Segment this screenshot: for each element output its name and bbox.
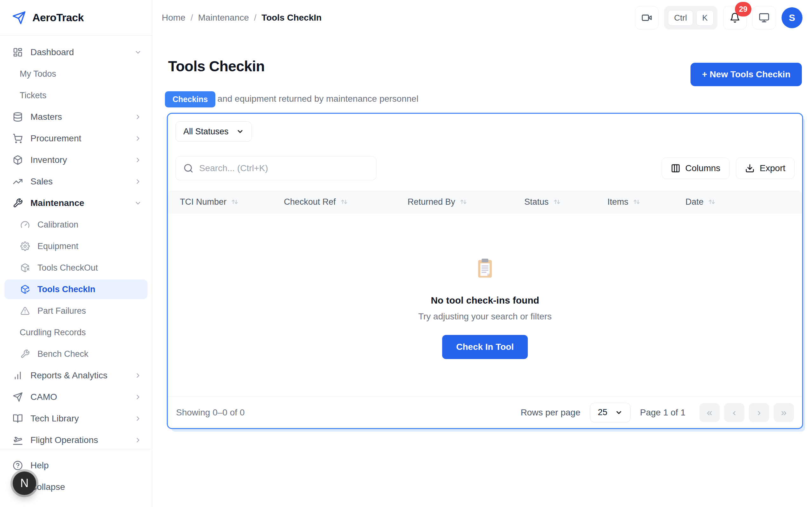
sort-icon	[230, 198, 239, 206]
command-shortcut-button[interactable]: Ctrl K	[664, 6, 717, 30]
column-header-date[interactable]: Date	[686, 197, 802, 207]
monitor-icon	[759, 12, 769, 23]
video-camera-icon	[641, 12, 652, 23]
chevron-right-icon	[134, 436, 142, 444]
sort-icon	[632, 198, 641, 206]
chevron-down-icon	[236, 128, 244, 135]
export-button[interactable]: Export	[736, 158, 795, 179]
floating-avatar[interactable]: N	[13, 471, 36, 495]
wrench-icon	[13, 198, 23, 208]
sidebar-item-dashboard[interactable]: Dashboard	[4, 43, 148, 62]
display-mode-button[interactable]	[752, 6, 776, 30]
chevron-right-icon	[134, 113, 142, 121]
book-open-icon	[13, 413, 23, 424]
sidebar-item-camo[interactable]: CAMO	[4, 387, 148, 407]
sidebar-item-tech-library[interactable]: Tech Library	[4, 409, 148, 429]
check-in-tool-button[interactable]: Check In Tool	[442, 335, 528, 359]
notifications-button[interactable]: 29	[723, 6, 747, 30]
column-header-checkout-ref[interactable]: Checkout Ref	[284, 197, 408, 207]
breadcrumb-maintenance[interactable]: Maintenance	[198, 13, 249, 23]
previous-page-button[interactable]: ‹	[724, 403, 745, 422]
gear-icon	[20, 241, 30, 251]
plane-icon	[13, 392, 23, 402]
download-icon	[745, 164, 755, 173]
table-toolbar: Columns Export	[168, 156, 802, 180]
sidebar-item-tools-checkout[interactable]: Tools CheckOut	[4, 258, 148, 278]
alert-triangle-icon	[20, 306, 30, 316]
page-subtitle: ols and equipment returned by maintenanc…	[204, 94, 418, 104]
sidebar-item-reports-analytics[interactable]: Reports & Analytics	[4, 366, 148, 385]
table-body: No tool check-ins found Try adjusting yo…	[168, 213, 802, 396]
sidebar-item-maintenance[interactable]: Maintenance	[4, 193, 148, 213]
empty-state-subtitle: Try adjusting your search or filters	[418, 312, 552, 322]
breadcrumb-separator: /	[254, 13, 257, 23]
kbd-ctrl: Ctrl	[668, 10, 693, 26]
sort-icon	[340, 198, 349, 206]
sort-icon	[553, 198, 561, 206]
next-page-button[interactable]: ›	[749, 403, 769, 422]
search-input[interactable]	[199, 163, 368, 173]
sidebar-item-tickets[interactable]: Tickets	[4, 86, 148, 105]
page-header: Tools Checkin + New Tools Checkin	[162, 58, 803, 86]
rows-per-page-select[interactable]: 25	[590, 403, 630, 422]
notifications-badge: 29	[735, 2, 751, 16]
column-header-tci-number[interactable]: TCI Number	[168, 197, 284, 207]
chevron-right-icon	[134, 393, 142, 401]
pagination-controls: Rows per page 25 Page 1 of 1 « ‹ › »	[520, 403, 794, 422]
breadcrumb-home[interactable]: Home	[162, 13, 186, 23]
user-avatar[interactable]: S	[781, 7, 803, 28]
rows-per-page-label: Rows per page	[520, 407, 580, 418]
column-header-items[interactable]: Items	[607, 197, 686, 207]
app-name: AeroTrack	[32, 11, 84, 24]
sidebar-item-part-failures[interactable]: Part Failures	[4, 301, 148, 321]
sidebar-item-my-todos[interactable]: My Todos	[4, 64, 148, 83]
screen-record-button[interactable]	[635, 6, 658, 30]
columns-button[interactable]: Columns	[662, 158, 729, 179]
sidebar-item-inventory[interactable]: Inventory	[4, 150, 148, 170]
last-page-button[interactable]: »	[774, 403, 794, 422]
sort-icon	[459, 198, 468, 206]
plane-takeoff-icon	[13, 435, 23, 445]
breadcrumb-current: Tools CheckIn	[262, 13, 322, 23]
sidebar-item-calibration[interactable]: Calibration	[4, 215, 148, 234]
sidebar-item-equipment[interactable]: Equipment	[4, 236, 148, 256]
column-header-status[interactable]: Status	[524, 197, 607, 207]
checkins-tour-badge: Checkins	[165, 91, 215, 107]
sidebar-item-flight-operations[interactable]: Flight Operations	[4, 430, 148, 450]
package-x-icon	[20, 263, 30, 273]
sidebar-item-curdling-records[interactable]: Curdling Records	[4, 323, 148, 342]
new-tools-checkin-button[interactable]: + New Tools Checkin	[691, 63, 802, 86]
app-logo[interactable]: AeroTrack	[0, 0, 152, 36]
checkins-table: TCI Number Checkout Ref Returned By Stat…	[168, 190, 802, 396]
package-check-icon	[20, 285, 30, 294]
status-filter-select[interactable]: All Statuses	[175, 121, 252, 142]
trending-up-icon	[13, 176, 23, 187]
empty-state: No tool check-ins found Try adjusting yo…	[168, 213, 802, 359]
help-circle-icon	[13, 460, 23, 470]
page-info: Page 1 of 1	[640, 407, 686, 418]
sidebar-item-procurement[interactable]: Procurement	[4, 129, 148, 148]
sidebar-nav: Dashboard My Todos Tickets Masters Procu…	[0, 36, 152, 450]
sidebar-item-tools-checkin[interactable]: Tools CheckIn	[4, 279, 148, 299]
table-header-row: TCI Number Checkout Ref Returned By Stat…	[168, 190, 802, 213]
bar-chart-icon	[13, 371, 23, 381]
database-icon	[13, 112, 23, 122]
sidebar-item-bench-check[interactable]: Bench Check	[4, 344, 148, 364]
chevron-right-icon	[134, 372, 142, 379]
columns-icon	[671, 164, 680, 173]
sidebar-item-sales[interactable]: Sales	[4, 172, 148, 191]
sidebar-item-masters[interactable]: Masters	[4, 107, 148, 127]
first-page-button[interactable]: «	[699, 403, 720, 422]
plane-logo-icon	[12, 11, 26, 25]
sort-icon	[707, 198, 716, 206]
empty-state-title: No tool check-ins found	[431, 295, 539, 306]
shopping-cart-icon	[13, 133, 23, 144]
chevron-down-icon	[134, 49, 142, 56]
main-content: Tools Checkin + New Tools Checkin Checki…	[152, 0, 812, 429]
wrench-icon	[20, 349, 30, 359]
search-box	[175, 156, 376, 180]
chevron-down-icon	[134, 199, 142, 207]
column-header-returned-by[interactable]: Returned By	[408, 197, 524, 207]
breadcrumb: Home / Maintenance / Tools CheckIn	[162, 13, 322, 23]
page-title: Tools Checkin	[168, 58, 264, 75]
